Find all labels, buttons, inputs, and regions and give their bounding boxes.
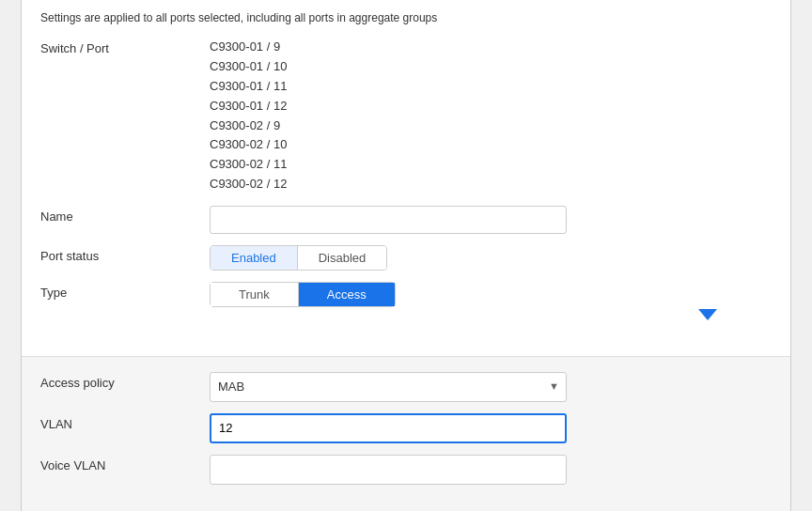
vlan-label: VLAN: [40, 413, 210, 431]
port-status-disabled-button[interactable]: Disabled: [298, 246, 387, 270]
type-label: Type: [40, 282, 210, 300]
vlan-input-container: [210, 413, 772, 443]
access-policy-label: Access policy: [40, 372, 210, 390]
type-toggle-group: Trunk Access: [210, 282, 396, 307]
port-value: C9300-01 / 9: [210, 38, 772, 57]
port-status-row: Port status Enabled Disabled: [40, 245, 772, 271]
type-arrow-indicator: [698, 309, 717, 320]
notice-text: Settings are applied to all ports select…: [40, 11, 772, 24]
name-label: Name: [40, 206, 210, 224]
name-row: Name: [40, 206, 772, 234]
voice-vlan-input[interactable]: [210, 455, 567, 485]
port-value: C9300-01 / 12: [210, 97, 772, 116]
port-value: C9300-02 / 12: [210, 175, 772, 194]
port-status-enabled-button[interactable]: Enabled: [211, 246, 298, 270]
port-value: C9300-02 / 10: [210, 135, 772, 155]
port-value: C9300-02 / 9: [210, 116, 772, 136]
name-input-container: [210, 206, 772, 234]
switch-port-label: Switch / Port: [40, 38, 210, 55]
access-policy-select[interactable]: MAB 802.1X None: [210, 372, 567, 402]
type-access-button[interactable]: Access: [299, 283, 395, 306]
settings-dialog: Settings are applied to all ports select…: [21, 0, 791, 511]
access-policy-container: MAB 802.1X None ▼: [210, 372, 772, 402]
port-value: C9300-01 / 10: [210, 57, 772, 77]
name-input[interactable]: [210, 206, 567, 234]
switch-port-values: C9300-01 / 9 C9300-01 / 10 C9300-01 / 11…: [210, 38, 772, 194]
port-status-toggle-group: Enabled Disabled: [210, 245, 387, 271]
port-value: C9300-02 / 11: [210, 155, 772, 175]
access-policy-dropdown-wrapper: MAB 802.1X None ▼: [210, 372, 567, 402]
type-trunk-button[interactable]: Trunk: [211, 283, 299, 306]
port-value: C9300-01 / 11: [210, 77, 772, 97]
port-status-toggle: Enabled Disabled: [210, 245, 772, 271]
switch-port-row: Switch / Port C9300-01 / 9 C9300-01 / 10…: [40, 38, 772, 194]
voice-vlan-row: Voice VLAN: [40, 455, 772, 485]
bottom-section: Access policy MAB 802.1X None ▼ VLAN: [22, 357, 790, 511]
top-section: Settings are applied to all ports select…: [22, 0, 790, 343]
voice-vlan-input-container: [210, 455, 772, 485]
vlan-input[interactable]: [210, 413, 567, 443]
voice-vlan-label: Voice VLAN: [40, 455, 210, 472]
port-status-label: Port status: [40, 245, 210, 263]
type-row: Type Trunk Access: [40, 282, 772, 322]
access-policy-row: Access policy MAB 802.1X None ▼: [40, 372, 772, 402]
vlan-row: VLAN: [40, 413, 772, 443]
type-toggle-container: Trunk Access: [210, 282, 772, 307]
